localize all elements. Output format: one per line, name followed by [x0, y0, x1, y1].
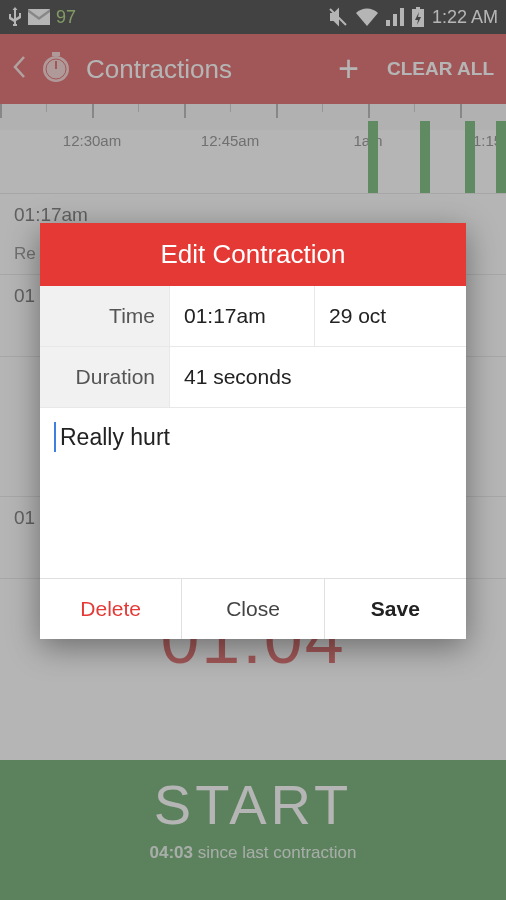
time-row: Time 01:17am 29 oct — [40, 286, 466, 347]
time-value[interactable]: 01:17am — [170, 286, 315, 346]
save-button[interactable]: Save — [325, 579, 466, 639]
duration-row: Duration 41 seconds — [40, 347, 466, 408]
duration-value[interactable]: 41 seconds — [170, 347, 305, 407]
dialog-title: Edit Contraction — [40, 223, 466, 286]
duration-label: Duration — [40, 347, 170, 407]
note-input[interactable] — [54, 422, 452, 452]
edit-contraction-dialog: Edit Contraction Time 01:17am 29 oct Dur… — [40, 223, 466, 639]
close-button[interactable]: Close — [182, 579, 324, 639]
dialog-actions: Delete Close Save — [40, 578, 466, 639]
note-field[interactable] — [40, 408, 466, 578]
time-label: Time — [40, 286, 170, 346]
date-value[interactable]: 29 oct — [315, 286, 400, 346]
delete-button[interactable]: Delete — [40, 579, 182, 639]
